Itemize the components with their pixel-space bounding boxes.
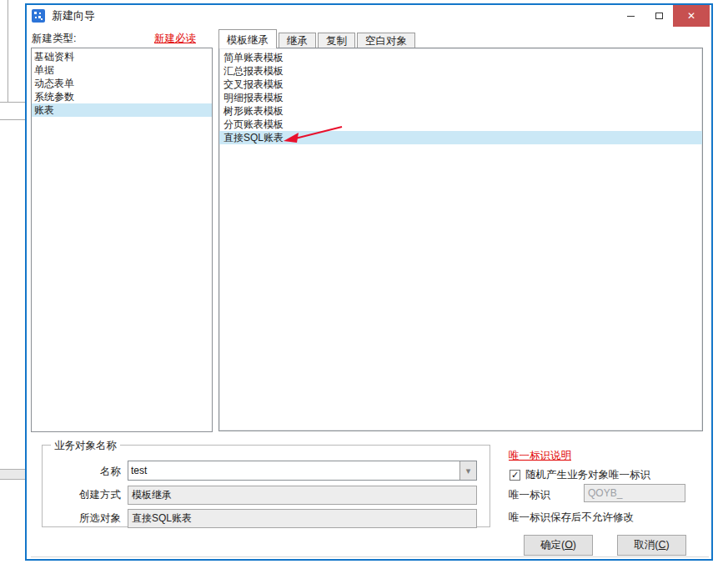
tab-inherit[interactable]: 继承 — [279, 33, 316, 48]
new-wizard-dialog: 新建向导 ✕ 新建类型: 新建必读 基础资料 单据 动态表单 系统参数 账表 模… — [25, 3, 713, 561]
list-item[interactable]: 简单账表模板 — [219, 51, 702, 64]
minimize-button[interactable] — [616, 5, 645, 27]
uid-note: 唯一标识保存后不允许修改 — [509, 511, 634, 525]
type-listbox[interactable]: 基础资料 单据 动态表单 系统参数 账表 — [31, 48, 213, 432]
tab-copy[interactable]: 复制 — [318, 33, 355, 48]
list-item[interactable]: 动态表单 — [32, 77, 212, 90]
template-tabstrip: 模板继承 继承 复制 空白对象 — [218, 29, 703, 48]
list-item-selected[interactable]: 账表 — [32, 103, 212, 117]
dialog-title: 新建向导 — [52, 8, 95, 23]
ok-button-label: 确定( — [540, 539, 565, 551]
name-input[interactable] — [128, 461, 459, 480]
cancel-button-label: 取消( — [634, 539, 658, 551]
list-item-selected[interactable]: 直接SQL账表 — [219, 131, 702, 144]
list-item[interactable]: 系统参数 — [32, 90, 212, 103]
uid-checkbox[interactable]: ✓ — [510, 470, 520, 481]
dialog-inner-border — [31, 556, 709, 557]
list-item[interactable]: 基础资料 — [32, 50, 212, 63]
background-divider — [0, 469, 25, 480]
maximize-icon — [655, 13, 663, 19]
ok-button[interactable]: 确定(O) — [524, 535, 593, 556]
list-item[interactable]: 交叉报表模板 — [219, 78, 702, 91]
list-item[interactable]: 树形账表模板 — [219, 104, 702, 118]
tab-blank-object[interactable]: 空白对象 — [357, 33, 415, 48]
maximize-button[interactable] — [645, 5, 673, 27]
object-field: 直接SQL账表 — [128, 509, 477, 528]
minimize-icon — [627, 16, 635, 17]
cancel-button-label-end: ) — [666, 539, 670, 551]
app-icon — [32, 9, 45, 23]
chevron-down-icon: ▾ — [466, 466, 471, 476]
combo-dropdown-button[interactable]: ▾ — [459, 461, 476, 480]
list-item[interactable]: 明细报表模板 — [219, 91, 702, 104]
must-read-link[interactable]: 新建必读 — [154, 32, 196, 46]
uid-field: QOYB_ — [584, 484, 685, 502]
cancel-button-accesskey: C — [658, 539, 665, 551]
method-field: 模板继承 — [128, 486, 477, 505]
background-divider — [0, 102, 25, 103]
business-object-groupbox: 业务对象名称 名称 ▾ 创建方式 模板继承 所选对象 直接SQL账表 — [42, 445, 490, 527]
title-bar[interactable]: 新建向导 ✕ — [27, 5, 711, 27]
list-item[interactable]: 汇总报表模板 — [219, 64, 702, 78]
ok-button-label-end: ) — [573, 539, 576, 551]
cancel-button[interactable]: 取消(C) — [617, 535, 686, 556]
uid-checkbox-row: ✓ 随机产生业务对象唯一标识 — [510, 468, 650, 482]
uid-help-link[interactable]: 唯一标识说明 — [509, 449, 571, 463]
close-icon: ✕ — [687, 10, 695, 22]
list-item[interactable]: 单据 — [32, 63, 212, 77]
tab-template-inherit[interactable]: 模板继承 — [218, 29, 277, 48]
ok-button-accesskey: O — [565, 539, 573, 551]
background-divider — [0, 119, 25, 120]
uid-label: 唯一标识 — [509, 488, 550, 502]
list-item[interactable]: 分页账表模板 — [219, 118, 702, 131]
object-label: 所选对象 — [68, 511, 121, 525]
background-divider — [8, 0, 8, 102]
uid-checkbox-label: 随机产生业务对象唯一标识 — [525, 468, 650, 482]
method-label: 创建方式 — [68, 488, 121, 501]
groupbox-title: 业务对象名称 — [51, 439, 120, 453]
new-type-label: 新建类型: — [32, 32, 76, 46]
name-label: 名称 — [68, 465, 121, 478]
template-listbox[interactable]: 简单账表模板 汇总报表模板 交叉报表模板 明细报表模板 树形账表模板 分页账表模… — [218, 48, 703, 431]
close-button[interactable]: ✕ — [673, 5, 710, 27]
name-combobox: ▾ — [128, 461, 477, 481]
